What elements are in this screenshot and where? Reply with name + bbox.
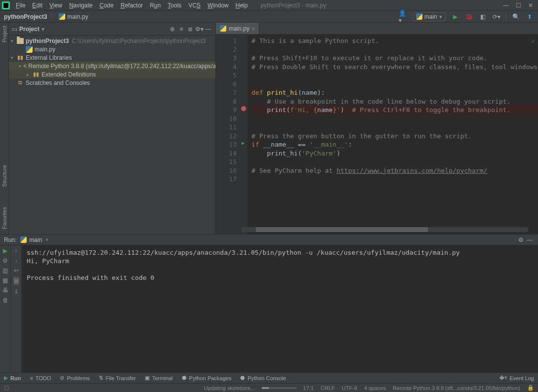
settings-gear-icon[interactable]: ⚙▾ [195, 25, 204, 34]
minimize-icon[interactable]: ― [503, 2, 509, 9]
title-bar: File Edit View Navigate Code Refactor Ru… [0, 0, 538, 11]
menu-window[interactable]: Window [205, 1, 232, 10]
menu-vcs[interactable]: VCS [185, 1, 204, 10]
main-menu: File Edit View Navigate Code Refactor Ru… [13, 1, 250, 10]
menu-file[interactable]: File [13, 1, 28, 10]
editor-tab-main[interactable]: main.py × [216, 23, 259, 34]
menu-navigate[interactable]: Navigate [66, 1, 95, 10]
maximize-icon[interactable]: ☐ [516, 2, 521, 9]
tree-file-main[interactable]: main.py [9, 45, 215, 53]
tool-structure[interactable]: Structure [1, 165, 7, 187]
menu-tools[interactable]: Tools [165, 1, 184, 10]
close-run-tab-icon[interactable]: × [45, 236, 48, 243]
python-icon [20, 236, 27, 243]
tree-file-label: main.py [35, 46, 55, 53]
menu-run[interactable]: Run [147, 1, 164, 10]
scroll-end-icon[interactable]: ≣ [13, 277, 19, 285]
editor-area: main.py × ✓ 1234567891011121314151617 ▶ … [216, 23, 538, 234]
menu-view[interactable]: View [46, 1, 65, 10]
code-editor[interactable]: ✓ 1234567891011121314151617 ▶ # This is … [216, 35, 538, 234]
layout-icon[interactable]: ▥ [2, 267, 8, 274]
tree-root-label: pythonProject3 [26, 38, 69, 44]
account-icon[interactable]: 👤▾ [399, 12, 408, 21]
run-tool-window: Run: main × ⚙ ― ▶ ⚙ ▥ ▦ 🖶 🗑 ↑ ↓ ↩ ≣ ⤓ ss… [0, 234, 538, 372]
python-file-icon [59, 13, 65, 20]
editor-tab-label: main.py [229, 25, 249, 32]
project-panel-header: ▭ Project ▾ ⊕ ≡ ≣ ⚙▾ ― [9, 23, 215, 36]
hide-run-icon[interactable]: ― [525, 235, 534, 244]
menu-code[interactable]: Code [96, 1, 117, 10]
status-tool-icon[interactable]: ▢ [4, 385, 9, 391]
tree-scratches[interactable]: ▸ ⧉ Scratches and Consoles [9, 78, 215, 87]
tool-favorites[interactable]: Favorites [1, 207, 7, 229]
hide-panel-icon[interactable]: ― [204, 25, 212, 34]
down-arrow-icon[interactable]: ↓ [15, 257, 18, 264]
soft-wrap-icon[interactable]: ↩ [14, 267, 19, 274]
close-icon[interactable]: ✕ [528, 2, 533, 9]
breadcrumb-file[interactable]: main.py [67, 13, 88, 20]
locate-icon[interactable]: ⊕ [168, 25, 177, 34]
status-line-sep[interactable]: CRLF [321, 385, 335, 391]
rerun-icon[interactable]: ▶ [3, 247, 7, 254]
run-output[interactable]: ssh://ufyilmaz@172.20.242.112:22/kuacc/a… [22, 245, 538, 372]
debug-button-icon[interactable]: 🐞 [464, 12, 473, 21]
run-gutter-icon[interactable]: ▶ [242, 140, 245, 146]
navigation-bar: pythonProject3 〉 main.py 👤▾ main ▾ ▶ 🐞 ◧… [0, 11, 538, 23]
run-settings-gear-icon[interactable]: ⚙ [516, 235, 525, 244]
editor-tabs: main.py × [216, 23, 538, 35]
coverage-icon[interactable]: ◧ [478, 12, 487, 21]
tree-root[interactable]: ▾ pythonProject3 C:\Users\ufyilmaz\Pycha… [9, 37, 215, 45]
status-interpreter[interactable]: Remote Python 3.8.8 (sft...conda/3.21.05… [393, 385, 520, 391]
menu-edit[interactable]: Edit [29, 1, 45, 10]
project-panel-title[interactable]: Project [19, 26, 40, 33]
tree-external-libraries[interactable]: ▾ ▮▮ External Libraries [9, 53, 215, 62]
updates-icon[interactable]: ⬆ [525, 12, 534, 21]
inspection-ok-icon[interactable]: ✓ [532, 38, 535, 44]
bottom-python-packages[interactable]: ⬢Python Packages [182, 375, 232, 381]
search-icon[interactable]: 🔍 [511, 12, 520, 21]
status-indent[interactable]: 4 spaces [364, 385, 386, 391]
bottom-problems[interactable]: ⊘Problems [60, 375, 89, 381]
status-task[interactable]: Updating skeletons... [204, 385, 255, 391]
left-tool-strip: Project Structure Favorites [0, 23, 9, 234]
pin-icon[interactable]: ▦ [2, 277, 8, 284]
bottom-file-transfer[interactable]: ⇅File Transfer [99, 375, 136, 381]
breadcrumb-project[interactable]: pythonProject3 [4, 13, 47, 20]
tree-remote-interpreter[interactable]: ▾ < Remote Python 3.8.8 (sftp://ufyilmaz… [9, 62, 215, 70]
bottom-python-console[interactable]: ⬣Python Console [240, 375, 286, 381]
tree-root-path: C:\Users\ufyilmaz\PycharmProjects\python… [72, 38, 206, 44]
close-tab-icon[interactable]: × [252, 26, 255, 32]
progress-bar[interactable] [262, 387, 296, 389]
export-icon[interactable]: ⤓ [14, 288, 19, 295]
menu-refactor[interactable]: Refactor [118, 1, 146, 10]
project-tree: ▾ pythonProject3 C:\Users\ufyilmaz\Pycha… [9, 36, 215, 234]
print-icon[interactable]: 🖶 [2, 287, 8, 294]
bottom-terminal[interactable]: ▣Terminal [145, 375, 173, 381]
lock-icon[interactable]: 🔒 [527, 385, 534, 391]
up-arrow-icon[interactable]: ↑ [15, 247, 18, 254]
expand-all-icon[interactable]: ≡ [177, 25, 186, 34]
breakpoint-icon[interactable] [241, 106, 246, 111]
bottom-run[interactable]: ▶Run [4, 375, 21, 381]
project-view-icon: ▭ [12, 26, 17, 33]
run-cmd-line: ssh://ufyilmaz@172.20.242.112:22/kuacc/a… [27, 249, 460, 256]
run-button-icon[interactable]: ▶ [451, 12, 459, 21]
code-content[interactable]: # This is a sample Python script. # Pres… [248, 35, 538, 234]
bottom-event-log[interactable]: �ষEvent Log [499, 375, 534, 381]
tree-extended-defs[interactable]: ▸ ▮▮ Extended Definitions [9, 70, 215, 78]
trash-icon[interactable]: 🗑 [2, 297, 8, 304]
status-encoding[interactable]: UTF-8 [342, 385, 357, 391]
tree-extlib-label: External Libraries [26, 54, 72, 61]
run-stdout-line: Hi, PyCharm [27, 257, 69, 265]
collapse-all-icon[interactable]: ≣ [186, 25, 195, 34]
run-config-name[interactable]: main [29, 236, 42, 243]
profile-icon[interactable]: ⟳▾ [492, 12, 501, 21]
bottom-todo[interactable]: ≡TODO [30, 375, 51, 381]
menu-help[interactable]: Help [233, 1, 251, 10]
stop-icon[interactable]: ⚙ [2, 257, 8, 264]
horizontal-scrollbar[interactable] [242, 227, 528, 232]
run-config-selector[interactable]: main ▾ [413, 12, 446, 21]
run-action-gutter: ▶ ⚙ ▥ ▦ 🖶 🗑 [0, 245, 11, 372]
tool-project[interactable]: Project [1, 26, 7, 42]
status-caret-pos[interactable]: 17:1 [303, 385, 314, 391]
